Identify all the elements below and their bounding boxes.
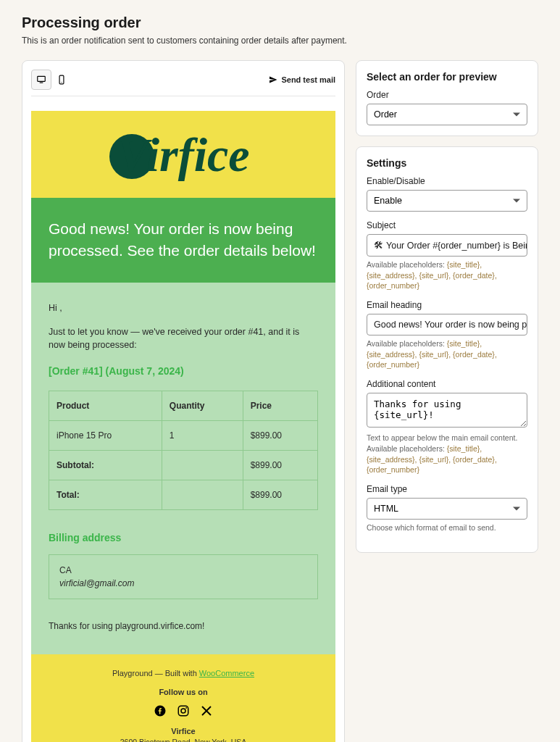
email-preview: Virfice Good news! Your order is now bei… [31,111,335,742]
th-quantity: Quantity [162,391,243,421]
email-preview-card: Send test mail Virfice Good news! Your o… [22,60,345,742]
billing-title: Billing address [49,530,318,546]
footer-brand: Virfice [38,727,328,735]
send-test-label: Send test mail [281,75,335,84]
woocommerce-link[interactable]: WooCommerce [199,669,254,678]
cell-product: iPhone 15 Pro [49,421,162,451]
subject-input[interactable]: 🛠Your Order #{order_number} is Being Pro… [367,234,527,257]
billing-email: virficial@gmail.com [59,577,307,590]
cell-price: $899.00 [243,421,317,451]
heading-label: Email heading [367,300,527,310]
table-total-row: Total: $899.00 [49,480,318,510]
table-row: iPhone 15 Pro 1 $899.00 [49,421,318,451]
footer-address: 2600 Bicetown Road, New York, USA [38,738,328,742]
send-icon [269,75,277,84]
tools-icon: 🛠 [374,240,383,251]
additional-hint: Text to appear below the main email cont… [367,433,527,475]
order-link[interactable]: [Order #41] (August 7, 2024) [49,364,318,379]
subject-label: Subject [367,220,527,230]
order-label: Order [367,90,527,100]
desktop-view-button[interactable] [31,70,51,90]
page-description: This is an order notification sent to cu… [22,36,538,46]
billing-box: CA virficial@gmail.com [49,554,318,599]
additional-label: Additional content [367,379,527,389]
mobile-view-button[interactable] [51,70,72,90]
svg-rect-1 [40,83,43,83]
table-header-row: Product Quantity Price [49,391,318,421]
preview-selector-card: Select an order for preview Order Order [356,60,538,136]
svg-point-5 [181,709,185,713]
order-select[interactable]: Order [367,104,527,125]
send-test-button[interactable]: Send test mail [269,75,335,84]
heading-input[interactable]: Good news! Your order is now being proce… [367,314,527,335]
svg-point-6 [185,707,187,709]
facebook-icon[interactable] [153,704,167,718]
emailtype-select[interactable]: HTML [367,498,527,520]
svg-rect-0 [38,76,46,81]
settings-card: Settings Enable/Disable Enable Subject 🛠… [356,146,538,553]
order-table: Product Quantity Price iPhone 15 Pro 1 $… [49,391,318,510]
instagram-icon[interactable] [176,704,191,718]
email-greeting: Hi , [49,301,318,315]
settings-title: Settings [367,157,527,169]
svg-rect-2 [59,75,64,84]
heading-hint: Available placeholders: {site_title}, {s… [367,338,527,370]
email-heading: Good news! Your order is now being proce… [31,198,335,283]
page-title: Processing order [22,14,538,31]
email-thanks: Thanks for using playground.virfice.com! [49,620,318,633]
footer-built: Playground — Built with WooCommerce [38,669,328,678]
emailtype-label: Email type [367,484,527,494]
email-intro: Just to let you know — we've received yo… [49,325,318,353]
preview-toolbar: Send test mail [31,70,335,96]
svg-point-3 [61,82,62,83]
footer-follow: Follow us on [38,688,328,696]
subject-hint: Available placeholders: {site_title}, {s… [367,259,527,291]
mobile-icon [57,75,67,85]
th-product: Product [49,391,162,421]
cell-quantity: 1 [162,421,243,451]
additional-textarea[interactable] [367,393,527,428]
desktop-icon [36,75,46,85]
preview-card-title: Select an order for preview [367,71,527,83]
brand-logo: Virfice [117,131,249,179]
th-price: Price [243,391,317,421]
billing-region: CA [59,564,307,577]
table-subtotal-row: Subtotal: $899.00 [49,451,318,480]
enable-label: Enable/Disable [367,176,527,186]
x-icon[interactable] [199,704,214,718]
emailtype-hint: Choose which format of email to send. [367,522,527,533]
enable-select[interactable]: Enable [367,190,527,212]
